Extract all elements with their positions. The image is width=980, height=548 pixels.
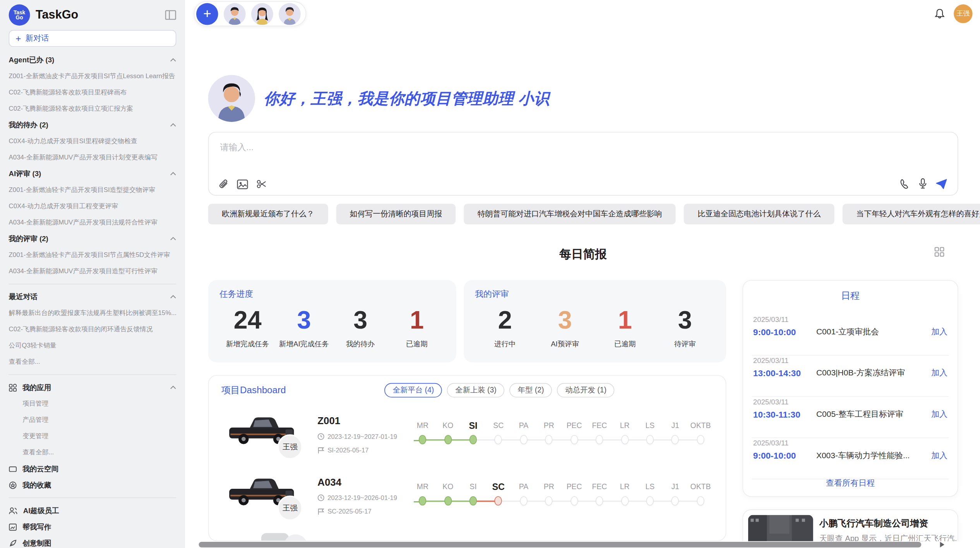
- stat-value: 24: [219, 306, 276, 334]
- milestone-dot: [621, 496, 628, 505]
- filter-chip[interactable]: 全新上装 (3): [447, 383, 505, 397]
- schedule-time: 10:30-11:30: [753, 409, 816, 420]
- project-dates-text: 2023-12-19~2027-01-19: [327, 433, 397, 440]
- sidebar-item-ai-employee[interactable]: AI超级员工: [9, 502, 176, 519]
- sidebar-item[interactable]: A034-全新新能源MUV产品开发项目造型可行性评审: [9, 263, 176, 279]
- schedule-entry: 2025/03/11 9:00-10:00 X003-车辆动力学性能验... 加…: [743, 438, 958, 480]
- sidebar-item[interactable]: C0X4-动力总成开发项目工程变更评审: [9, 198, 176, 214]
- user-avatar[interactable]: 王强: [954, 4, 972, 23]
- sidebar-item-cloud[interactable]: 我的云空间: [9, 461, 176, 477]
- avatar-man[interactable]: [224, 3, 246, 25]
- sidebar-item[interactable]: A034-全新新能源MUV产品开发项目法规符合性评审: [9, 214, 176, 231]
- project-dates-text: 2023-12-19~2026-01-19: [327, 494, 397, 501]
- join-link[interactable]: 加入: [931, 326, 947, 337]
- add-agent-button[interactable]: +: [196, 3, 218, 25]
- sidebar-item[interactable]: 查看全部...: [9, 354, 176, 370]
- sidebar-item[interactable]: 解释最新出台的欧盟报废车法规再生塑料比例被调至15%...: [9, 305, 176, 321]
- sidebar-item[interactable]: C02-飞腾新能源轻客改款项目里程碑画布: [9, 84, 176, 101]
- chevron-up-icon: [170, 58, 176, 62]
- project-row[interactable]: 王强 A034 2023-12-19~2026-01-19 SC-2025-05…: [209, 467, 725, 528]
- stat-value: 3: [332, 306, 389, 334]
- sidebar-item[interactable]: 查看全部...: [9, 444, 176, 461]
- project-node: SI-2025-05-17: [317, 447, 368, 454]
- sidebar-section-header[interactable]: AI评审 (3): [9, 166, 176, 182]
- project-row[interactable]: 王强 Z001 2023-12-19~2027-01-19 SI-2025-05…: [209, 406, 725, 467]
- chat-input[interactable]: [219, 141, 947, 152]
- notification-bell-icon[interactable]: [934, 8, 945, 19]
- sidebar-item-my-apps[interactable]: 我的应用: [9, 379, 176, 396]
- milestone: LS: [637, 480, 663, 510]
- section-items: 项目管理产品管理变更管理查看全部...: [9, 396, 176, 461]
- stat-label: 已逾期: [389, 339, 445, 349]
- milestone: SI: [461, 418, 486, 448]
- filter-chip[interactable]: 动总开发 (1): [557, 383, 615, 397]
- stat-value: 3: [535, 306, 595, 334]
- sidebar-item[interactable]: C02-飞腾新能源轻客改款项目的闭环通告反馈情况: [9, 321, 176, 337]
- project-dates: 2023-12-19~2027-01-19: [317, 433, 397, 440]
- suggestion-chip[interactable]: 当下年轻人对汽车外观有怎样的喜好趋势: [843, 204, 980, 224]
- sidebar-item-creative-draw[interactable]: 创意制图: [9, 535, 176, 548]
- filter-chip[interactable]: 年型 (2): [510, 383, 552, 397]
- milestone-dot: [520, 435, 527, 444]
- apps-grid-icon: [9, 384, 17, 392]
- sidebar-item[interactable]: Z001-全新燃油轻卡产品开发项目SI节点属性5D文件评审: [9, 247, 176, 263]
- section-title: AI评审 (3): [9, 169, 41, 178]
- milestone-label: J1: [671, 418, 679, 433]
- sidebar-item[interactable]: 项目管理: [9, 396, 176, 412]
- microphone-icon[interactable]: [918, 178, 927, 189]
- sidebar-item[interactable]: Z001-全新燃油轻卡产品开发项目SI造型提交物评审: [9, 182, 176, 198]
- sidebar-item[interactable]: A034-全新新能源MUV产品开发项目计划变更表编写: [9, 149, 176, 166]
- milestone: SC: [486, 418, 511, 448]
- sidebar-item[interactable]: C02-飞腾新能源轻客改款项目立项汇报方案: [9, 101, 176, 117]
- avatar-person[interactable]: [279, 3, 301, 25]
- stat-value: 3: [276, 306, 332, 334]
- schedule-entry: 2025/03/11 9:00-10:00 C001-立项审批会 加入: [743, 314, 958, 356]
- sidebar-item-favorites[interactable]: 我的收藏: [9, 477, 176, 493]
- sidebar-section-header[interactable]: 我的评审 (2): [9, 231, 176, 247]
- milestone-label: PEC: [567, 418, 582, 433]
- dashboard-header: 项目Dashboard 全新平台 (4) 全新上装 (3) 年型 (2) 动总开…: [221, 383, 615, 397]
- sidebar-item[interactable]: 公司Q3轻卡销量: [9, 337, 176, 354]
- join-link[interactable]: 加入: [931, 368, 947, 379]
- suggestion-chip[interactable]: 如何写一份清晰的项目周报: [336, 204, 456, 224]
- sidebar-item[interactable]: C0X4-动力总成开发项目SI里程碑提交物检查: [9, 133, 176, 149]
- new-chat-button[interactable]: + 新对话: [9, 30, 176, 47]
- milestone-label: KO: [442, 418, 453, 433]
- milestone-dot: [621, 435, 628, 444]
- sidebar-section-header[interactable]: 最近对话: [9, 289, 176, 305]
- milestone-track: MR KO SI: [410, 480, 713, 510]
- view-all-schedule-link[interactable]: 查看所有日程: [743, 478, 958, 489]
- sidebar-item[interactable]: 变更管理: [9, 428, 176, 444]
- divider: [9, 497, 176, 498]
- join-link[interactable]: 加入: [931, 450, 947, 461]
- suggestion-chip[interactable]: 欧洲新规最近颁布了什么？: [208, 204, 328, 224]
- sidebar-collapse-icon[interactable]: [165, 10, 176, 20]
- layout-grid-icon[interactable]: [934, 247, 944, 259]
- main-area: + 王强 你好，王强，我是你的项目管理助理 小识: [185, 0, 980, 548]
- stat: 2 进行中: [475, 306, 535, 349]
- sidebar-item[interactable]: Z001-全新燃油皮卡产品开发项目SI节点Lesson Learn报告: [9, 68, 176, 84]
- send-icon[interactable]: [935, 178, 947, 189]
- stat-row: 2 进行中 3 AI预评审 1 已逾期 3 待: [475, 306, 715, 349]
- join-link[interactable]: 加入: [931, 409, 947, 420]
- favorites-icon: [9, 481, 17, 489]
- project-node-text: SC-2025-05-17: [327, 508, 372, 515]
- milestone: LR: [612, 418, 637, 448]
- scrollbar-thumb[interactable]: [199, 542, 922, 548]
- sidebar-item[interactable]: 产品管理: [9, 412, 176, 428]
- attachment-icon[interactable]: [218, 179, 229, 189]
- phone-icon[interactable]: [899, 178, 910, 189]
- scroll-right-arrow-icon[interactable]: [939, 541, 945, 548]
- milestone-dot: [419, 496, 426, 505]
- sidebar-section-header[interactable]: 我的待办 (2): [9, 117, 176, 133]
- image-icon[interactable]: [237, 179, 248, 189]
- sidebar-item-help-write[interactable]: 帮我写作: [9, 519, 176, 535]
- milestone-label: OKTB: [690, 418, 711, 433]
- filter-chip[interactable]: 全新平台 (4): [385, 383, 442, 397]
- scissors-icon[interactable]: [256, 179, 267, 189]
- stat-value: 3: [655, 306, 715, 334]
- sidebar-section-header[interactable]: Agent已办 (3): [9, 52, 176, 68]
- suggestion-chip[interactable]: 特朗普可能对进口汽车增税会对中国车企造成哪些影响: [464, 204, 676, 224]
- suggestion-chip[interactable]: 比亚迪全固态电池计划具体说了什么: [684, 204, 834, 224]
- avatar-woman[interactable]: [251, 3, 273, 25]
